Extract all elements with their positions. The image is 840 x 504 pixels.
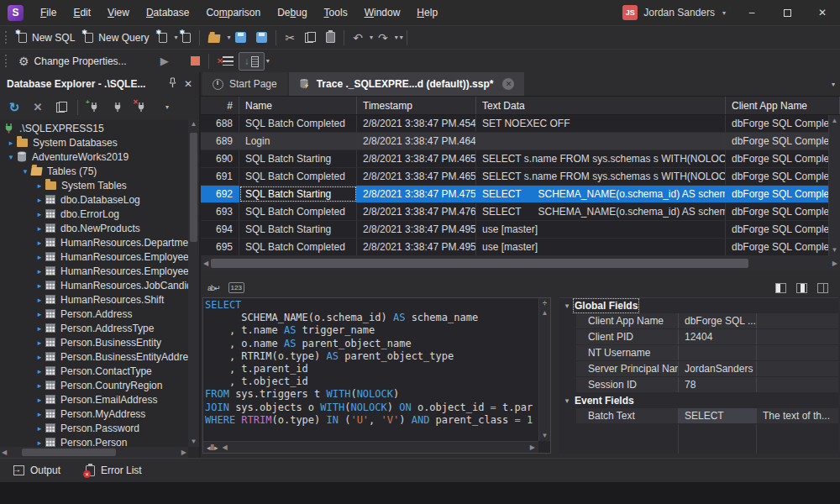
tree-item[interactable]: ▸System Tables bbox=[0, 178, 188, 192]
chevron-right-icon[interactable]: ▸ bbox=[34, 438, 45, 447]
layout-left-icon[interactable] bbox=[775, 283, 786, 293]
explorer-toolbar-dropdown[interactable]: ▾ bbox=[165, 103, 169, 111]
chevron-down-icon[interactable]: ▾ bbox=[559, 396, 575, 405]
trace-row[interactable]: 695SQL Batch Completed2/8/2021 3:38:47 P… bbox=[201, 239, 840, 256]
maximize-button[interactable] bbox=[769, 0, 805, 25]
trace-cell[interactable]: dbForge SQL Complete bbox=[726, 150, 840, 167]
line-numbers-icon[interactable]: 123 bbox=[228, 282, 244, 293]
trace-row[interactable]: 693SQL Batch Completed2/8/2021 3:38:47 P… bbox=[201, 203, 840, 221]
vertical-splitter[interactable] bbox=[551, 278, 559, 454]
remove-connection-button[interactable]: ✕ bbox=[130, 97, 152, 118]
tab-output[interactable]: Output bbox=[13, 465, 60, 476]
trace-cell[interactable]: SELECT SCHEMA_NAME(o.schema_id) AS schem… bbox=[476, 203, 726, 220]
field-group-global-fields[interactable]: ▾Global Fields bbox=[559, 298, 838, 313]
field-value[interactable]: 12404 bbox=[679, 329, 757, 344]
chevron-right-icon[interactable]: ▸ bbox=[34, 253, 45, 261]
save-button[interactable] bbox=[230, 29, 251, 47]
trace-cell[interactable]: 2/8/2021 3:38:47 PM.495 bbox=[357, 239, 476, 255]
field-row[interactable]: Server Principal NameJordanSanders bbox=[559, 361, 838, 377]
trace-cell[interactable]: dbForge SQL Complete bbox=[726, 239, 840, 255]
trace-cell[interactable]: dbForge SQL Complete bbox=[726, 203, 840, 220]
chevron-right-icon[interactable]: ▸ bbox=[34, 424, 45, 433]
trace-cell[interactable]: 2/8/2021 3:38:47 PM.476 bbox=[357, 203, 476, 220]
splitter-grip-icon[interactable]: ÷ bbox=[543, 299, 547, 307]
tree-item[interactable]: ▸dbo.ErrorLog bbox=[0, 207, 188, 221]
editor-vertical-scrollbar[interactable]: ÷ ▲ ▼ bbox=[538, 298, 550, 441]
trace-cell[interactable]: SQL Batch Completed bbox=[239, 168, 357, 185]
trace-cell[interactable]: 691 bbox=[201, 168, 239, 185]
connect-button[interactable] bbox=[107, 97, 129, 118]
splitter-grip-icon[interactable]: ◂‖▸ bbox=[207, 444, 218, 452]
trace-row[interactable]: 689Login2/8/2021 3:38:47 PM.464dbForge S… bbox=[201, 133, 840, 150]
horizontal-splitter[interactable] bbox=[201, 270, 840, 278]
tree-horizontal-scrollbar[interactable]: ◀▶ bbox=[0, 447, 188, 458]
trace-cell[interactable]: SELECT s.name FROM sys.schemas s WITH(NO… bbox=[476, 168, 726, 185]
start-trace-button[interactable]: ▶ bbox=[155, 52, 174, 71]
chevron-right-icon[interactable]: ▸ bbox=[34, 367, 45, 375]
scrollbar-thumb[interactable] bbox=[211, 259, 748, 268]
column-header-text-data[interactable]: Text Data bbox=[476, 97, 726, 114]
trace-row[interactable]: 691SQL Batch Completed2/8/2021 3:38:47 P… bbox=[201, 168, 840, 186]
tree-item[interactable]: ▸Person.ContactType bbox=[0, 364, 188, 378]
chevron-right-icon[interactable]: ▸ bbox=[34, 410, 45, 418]
trace-cell[interactable]: 2/8/2021 3:38:47 PM.465 bbox=[357, 150, 476, 167]
tree-vertical-scrollbar[interactable]: ▲▼ bbox=[188, 119, 199, 447]
menu-tools[interactable]: Tools bbox=[316, 0, 356, 25]
redo-dropdown[interactable]: ▾ bbox=[395, 34, 398, 41]
menu-comparison[interactable]: Comparison bbox=[197, 0, 269, 25]
trace-cell[interactable]: 2/8/2021 3:38:47 PM.475 bbox=[357, 186, 476, 202]
chevron-right-icon[interactable]: ▸ bbox=[34, 296, 45, 304]
chevron-right-icon[interactable]: ▸ bbox=[34, 196, 45, 204]
trace-cell[interactable]: 695 bbox=[201, 239, 239, 255]
cut-button[interactable]: ✂ bbox=[280, 29, 300, 47]
trace-cell[interactable]: 693 bbox=[201, 203, 239, 220]
column-header-timestamp[interactable]: Timestamp bbox=[357, 97, 476, 114]
close-button[interactable]: ✕ bbox=[805, 0, 840, 25]
chevron-right-icon[interactable]: ▸ bbox=[34, 324, 45, 333]
chevron-right-icon[interactable]: ▸ bbox=[34, 381, 45, 390]
minimize-button[interactable]: – bbox=[734, 0, 769, 25]
grid-horizontal-scrollbar[interactable]: ◀▶ bbox=[201, 256, 840, 270]
trace-cell[interactable]: 2/8/2021 3:38:47 PM.465 bbox=[357, 168, 476, 185]
trace-cell[interactable]: dbForge SQL Complete bbox=[726, 186, 840, 202]
trace-cell[interactable]: dbForge SQL Complete bbox=[726, 115, 840, 132]
grid-vertical-scrollbar[interactable]: ▲▼ bbox=[828, 115, 840, 256]
tab-error-list[interactable]: Error List bbox=[86, 465, 142, 476]
field-row[interactable]: Client App NamedbForge SQL ... bbox=[559, 313, 838, 329]
save-all-button[interactable] bbox=[251, 29, 272, 47]
tree-item[interactable]: ▸Person.EmailAddress bbox=[0, 392, 188, 407]
field-value[interactable]: dbForge SQL ... bbox=[679, 313, 757, 328]
clear-events-button[interactable] bbox=[213, 52, 239, 71]
field-value[interactable] bbox=[679, 345, 757, 360]
tree-item[interactable]: ▸Person.CountryRegion bbox=[0, 378, 188, 392]
toolbar-grip[interactable] bbox=[5, 55, 8, 67]
tree-item[interactable]: ▸Person.Password bbox=[0, 421, 188, 435]
trace-cell[interactable]: dbForge SQL Complete bbox=[726, 133, 840, 150]
sql-editor[interactable]: SELECT SCHEMA_NAME(o.schema_id) AS schem… bbox=[202, 297, 551, 454]
chevron-right-icon[interactable]: ▸ bbox=[34, 281, 45, 290]
field-value[interactable]: SELECT bbox=[679, 408, 757, 423]
chevron-right-icon[interactable]: ▸ bbox=[34, 396, 45, 404]
tree-item[interactable]: ▸HumanResources.EmployeeD bbox=[0, 264, 188, 278]
column-header-name[interactable]: Name bbox=[239, 97, 357, 114]
trace-cell[interactable]: 2/8/2021 3:38:47 PM.495 bbox=[357, 221, 476, 238]
user-menu[interactable]: JS Jordan Sanders ▾ bbox=[614, 0, 734, 25]
chevron-right-icon[interactable]: ▸ bbox=[34, 239, 45, 247]
trace-cell[interactable]: 689 bbox=[201, 133, 239, 150]
tab-close-icon[interactable]: ✕ bbox=[502, 78, 514, 90]
tree-item[interactable]: ▸HumanResources.Shift bbox=[0, 292, 188, 307]
tree-item[interactable]: ▾Tables (75) bbox=[0, 164, 188, 178]
trace-cell[interactable]: dbForge SQL Complete bbox=[726, 221, 840, 238]
redo-button[interactable]: ↷ bbox=[373, 29, 393, 47]
trace-cell[interactable]: SQL Batch Completed bbox=[239, 115, 357, 132]
chevron-down-icon[interactable]: ▾ bbox=[559, 302, 575, 310]
chevron-down-icon[interactable]: ▾ bbox=[5, 153, 17, 161]
open-file-button[interactable] bbox=[203, 29, 225, 47]
editor-horizontal-scrollbar[interactable]: ◂‖▸ ◀ ▶ bbox=[203, 441, 538, 453]
menu-view[interactable]: View bbox=[99, 0, 138, 25]
disconnect-all-button[interactable]: ✕ bbox=[27, 97, 49, 118]
chevron-down-icon[interactable]: ▾ bbox=[19, 167, 31, 176]
tree-item[interactable]: ▸dbo.NewProducts bbox=[0, 221, 188, 235]
trace-cell[interactable]: SQL Batch Starting bbox=[239, 150, 357, 167]
menu-edit[interactable]: Edit bbox=[65, 0, 99, 25]
